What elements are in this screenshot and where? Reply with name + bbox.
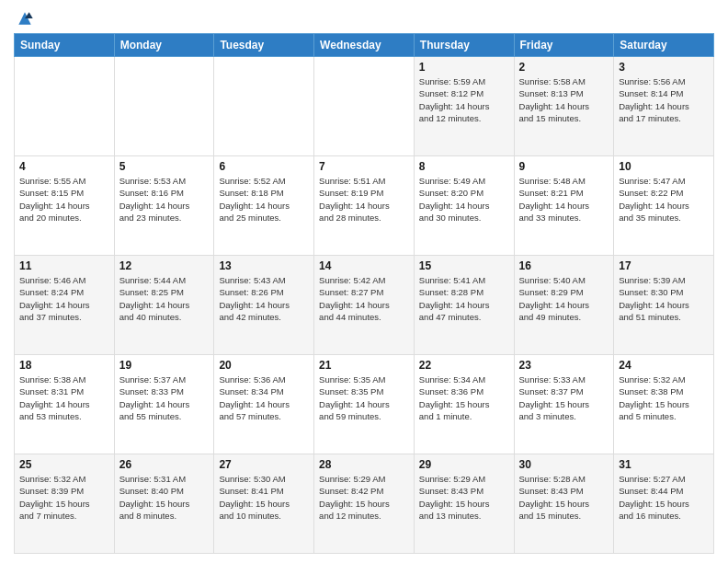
day-info: Sunrise: 5:44 AM Sunset: 8:25 PM Dayligh…: [119, 274, 210, 323]
day-cell: [314, 57, 415, 156]
header: [14, 9, 714, 28]
day-cell: 19Sunrise: 5:37 AM Sunset: 8:33 PM Dayli…: [114, 355, 214, 454]
day-info: Sunrise: 5:37 AM Sunset: 8:33 PM Dayligh…: [119, 373, 210, 422]
day-info: Sunrise: 5:51 AM Sunset: 8:19 PM Dayligh…: [319, 175, 409, 224]
day-info: Sunrise: 5:46 AM Sunset: 8:24 PM Dayligh…: [19, 274, 109, 323]
day-cell: [15, 57, 115, 156]
col-header-friday: Friday: [514, 34, 614, 57]
day-number: 10: [619, 160, 709, 173]
day-number: 28: [319, 458, 409, 471]
col-header-wednesday: Wednesday: [314, 34, 415, 57]
day-cell: 4Sunrise: 5:55 AM Sunset: 8:15 PM Daylig…: [15, 156, 115, 256]
day-cell: 28Sunrise: 5:29 AM Sunset: 8:42 PM Dayli…: [314, 454, 415, 554]
col-header-monday: Monday: [114, 34, 214, 57]
week-row-3: 11Sunrise: 5:46 AM Sunset: 8:24 PM Dayli…: [15, 256, 714, 355]
week-row-2: 4Sunrise: 5:55 AM Sunset: 8:15 PM Daylig…: [15, 156, 714, 256]
col-header-tuesday: Tuesday: [214, 34, 314, 57]
day-number: 8: [419, 160, 509, 173]
day-number: 22: [419, 359, 509, 372]
day-info: Sunrise: 5:52 AM Sunset: 8:18 PM Dayligh…: [219, 175, 309, 224]
day-info: Sunrise: 5:32 AM Sunset: 8:39 PM Dayligh…: [19, 473, 109, 522]
day-info: Sunrise: 5:58 AM Sunset: 8:13 PM Dayligh…: [519, 75, 609, 124]
day-cell: 27Sunrise: 5:30 AM Sunset: 8:41 PM Dayli…: [214, 454, 314, 554]
day-cell: 23Sunrise: 5:33 AM Sunset: 8:37 PM Dayli…: [514, 355, 614, 454]
day-info: Sunrise: 5:43 AM Sunset: 8:26 PM Dayligh…: [219, 274, 309, 323]
day-number: 31: [619, 458, 709, 471]
day-info: Sunrise: 5:33 AM Sunset: 8:37 PM Dayligh…: [519, 373, 609, 422]
day-info: Sunrise: 5:32 AM Sunset: 8:38 PM Dayligh…: [619, 373, 709, 422]
col-header-saturday: Saturday: [614, 34, 714, 57]
day-cell: 30Sunrise: 5:28 AM Sunset: 8:43 PM Dayli…: [514, 454, 614, 554]
page: SundayMondayTuesdayWednesdayThursdayFrid…: [0, 0, 728, 563]
day-number: 5: [119, 160, 210, 173]
day-info: Sunrise: 5:35 AM Sunset: 8:35 PM Dayligh…: [319, 373, 409, 422]
day-cell: 14Sunrise: 5:42 AM Sunset: 8:27 PM Dayli…: [314, 256, 415, 355]
calendar-header-row: SundayMondayTuesdayWednesdayThursdayFrid…: [15, 34, 714, 57]
day-number: 9: [519, 160, 609, 173]
day-cell: 3Sunrise: 5:56 AM Sunset: 8:14 PM Daylig…: [614, 57, 714, 156]
day-number: 26: [119, 458, 210, 471]
day-number: 7: [319, 160, 409, 173]
calendar: SundayMondayTuesdayWednesdayThursdayFrid…: [14, 33, 714, 554]
day-info: Sunrise: 5:36 AM Sunset: 8:34 PM Dayligh…: [219, 373, 309, 422]
day-cell: 11Sunrise: 5:46 AM Sunset: 8:24 PM Dayli…: [15, 256, 115, 355]
day-info: Sunrise: 5:42 AM Sunset: 8:27 PM Dayligh…: [319, 274, 409, 323]
day-cell: 8Sunrise: 5:49 AM Sunset: 8:20 PM Daylig…: [414, 156, 514, 256]
day-number: 6: [219, 160, 309, 173]
col-header-thursday: Thursday: [414, 34, 514, 57]
day-number: 15: [419, 259, 509, 272]
day-cell: 10Sunrise: 5:47 AM Sunset: 8:22 PM Dayli…: [614, 156, 714, 256]
day-cell: 20Sunrise: 5:36 AM Sunset: 8:34 PM Dayli…: [214, 355, 314, 454]
day-number: 14: [319, 259, 409, 272]
day-number: 21: [319, 359, 409, 372]
day-cell: 7Sunrise: 5:51 AM Sunset: 8:19 PM Daylig…: [314, 156, 415, 256]
day-info: Sunrise: 5:41 AM Sunset: 8:28 PM Dayligh…: [419, 274, 509, 323]
day-info: Sunrise: 5:59 AM Sunset: 8:12 PM Dayligh…: [419, 75, 509, 124]
day-number: 19: [119, 359, 210, 372]
day-info: Sunrise: 5:48 AM Sunset: 8:21 PM Dayligh…: [519, 175, 609, 224]
day-number: 1: [419, 61, 509, 74]
day-cell: 22Sunrise: 5:34 AM Sunset: 8:36 PM Dayli…: [414, 355, 514, 454]
day-number: 23: [519, 359, 609, 372]
day-number: 4: [19, 160, 109, 173]
week-row-1: 1Sunrise: 5:59 AM Sunset: 8:12 PM Daylig…: [15, 57, 714, 156]
day-number: 30: [519, 458, 609, 471]
col-header-sunday: Sunday: [15, 34, 115, 57]
day-cell: 21Sunrise: 5:35 AM Sunset: 8:35 PM Dayli…: [314, 355, 415, 454]
day-cell: 13Sunrise: 5:43 AM Sunset: 8:26 PM Dayli…: [214, 256, 314, 355]
day-info: Sunrise: 5:30 AM Sunset: 8:41 PM Dayligh…: [219, 473, 309, 522]
day-info: Sunrise: 5:27 AM Sunset: 8:44 PM Dayligh…: [619, 473, 709, 522]
day-number: 29: [419, 458, 509, 471]
day-info: Sunrise: 5:55 AM Sunset: 8:15 PM Dayligh…: [19, 175, 109, 224]
day-number: 18: [19, 359, 109, 372]
day-number: 13: [219, 259, 309, 272]
day-number: 20: [219, 359, 309, 372]
day-info: Sunrise: 5:39 AM Sunset: 8:30 PM Dayligh…: [619, 274, 709, 323]
day-info: Sunrise: 5:49 AM Sunset: 8:20 PM Dayligh…: [419, 175, 509, 224]
day-number: 24: [619, 359, 709, 372]
logo-icon: [16, 9, 34, 28]
day-cell: 2Sunrise: 5:58 AM Sunset: 8:13 PM Daylig…: [514, 57, 614, 156]
day-info: Sunrise: 5:28 AM Sunset: 8:43 PM Dayligh…: [519, 473, 609, 522]
day-cell: 26Sunrise: 5:31 AM Sunset: 8:40 PM Dayli…: [114, 454, 214, 554]
day-cell: 29Sunrise: 5:29 AM Sunset: 8:43 PM Dayli…: [414, 454, 514, 554]
day-cell: 16Sunrise: 5:40 AM Sunset: 8:29 PM Dayli…: [514, 256, 614, 355]
day-cell: 9Sunrise: 5:48 AM Sunset: 8:21 PM Daylig…: [514, 156, 614, 256]
day-number: 27: [219, 458, 309, 471]
day-info: Sunrise: 5:40 AM Sunset: 8:29 PM Dayligh…: [519, 274, 609, 323]
day-info: Sunrise: 5:53 AM Sunset: 8:16 PM Dayligh…: [119, 175, 210, 224]
day-info: Sunrise: 5:29 AM Sunset: 8:43 PM Dayligh…: [419, 473, 509, 522]
day-cell: 31Sunrise: 5:27 AM Sunset: 8:44 PM Dayli…: [614, 454, 714, 554]
day-cell: 5Sunrise: 5:53 AM Sunset: 8:16 PM Daylig…: [114, 156, 214, 256]
day-cell: 15Sunrise: 5:41 AM Sunset: 8:28 PM Dayli…: [414, 256, 514, 355]
day-info: Sunrise: 5:31 AM Sunset: 8:40 PM Dayligh…: [119, 473, 210, 522]
day-cell: 1Sunrise: 5:59 AM Sunset: 8:12 PM Daylig…: [414, 57, 514, 156]
logo: [14, 9, 34, 28]
day-info: Sunrise: 5:56 AM Sunset: 8:14 PM Dayligh…: [619, 75, 709, 124]
day-number: 25: [19, 458, 109, 471]
day-info: Sunrise: 5:34 AM Sunset: 8:36 PM Dayligh…: [419, 373, 509, 422]
week-row-5: 25Sunrise: 5:32 AM Sunset: 8:39 PM Dayli…: [15, 454, 714, 554]
day-cell: [114, 57, 214, 156]
day-cell: 12Sunrise: 5:44 AM Sunset: 8:25 PM Dayli…: [114, 256, 214, 355]
day-cell: 6Sunrise: 5:52 AM Sunset: 8:18 PM Daylig…: [214, 156, 314, 256]
